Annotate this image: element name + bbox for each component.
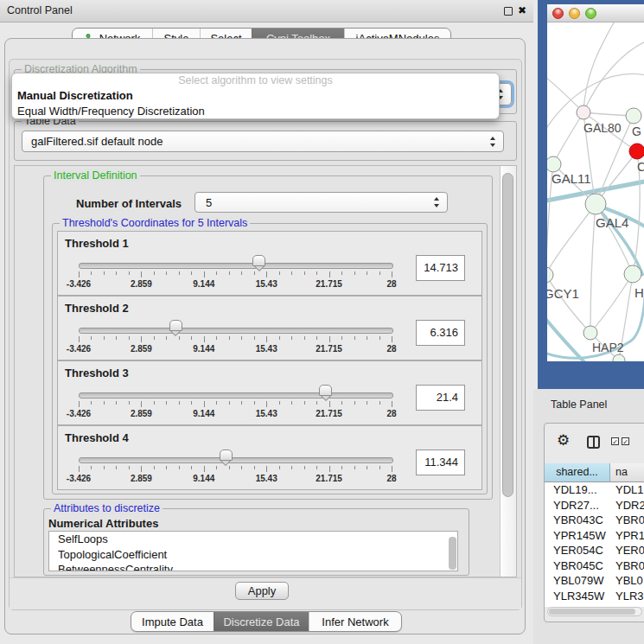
network-node-gal80[interactable]: [577, 105, 590, 119]
cell-shared-name: YBR045C: [545, 558, 610, 574]
network-node-g[interactable]: [626, 108, 641, 124]
number-of-intervals-combo[interactable]: 5: [194, 192, 448, 213]
table-row[interactable]: YBR045CYBR0: [545, 558, 644, 574]
table-row[interactable]: YBR043CYBR0: [545, 513, 644, 528]
columns-icon[interactable]: [587, 436, 600, 449]
tick: [341, 466, 342, 469]
attribute-item-topologicalcoefficient[interactable]: TopologicalCoefficient: [49, 547, 457, 563]
attributes-scrollbar-thumb[interactable]: [449, 537, 456, 570]
tick: [392, 466, 392, 472]
tick: [179, 336, 180, 340]
table-data-combo[interactable]: galFiltered.sif default node: [22, 131, 504, 152]
threshold-slider-thumb[interactable]: [169, 320, 182, 337]
tick-label: 15.43: [256, 409, 277, 418]
threshold-value-field[interactable]: 6.316: [416, 320, 465, 346]
tab-impute-data[interactable]: Impute Data: [131, 612, 214, 631]
zoom-light[interactable]: [585, 8, 596, 19]
attribute-item-selfloops[interactable]: SelfLoops: [49, 532, 457, 547]
minimize-light[interactable]: [569, 8, 580, 19]
algorithm-popup-list: Manual DiscretizationEqual Width/Frequen…: [12, 88, 499, 119]
tick: [216, 466, 217, 469]
threshold-slider-track[interactable]: [79, 392, 393, 399]
cell-shared-name: YBL079W: [545, 573, 610, 589]
tick: [316, 401, 317, 405]
tick: [79, 466, 80, 472]
network-node[interactable]: [613, 354, 625, 361]
settings-scrollbar-thumb[interactable]: [502, 173, 513, 497]
tick: [229, 466, 230, 469]
tick: [329, 271, 330, 277]
tick: [304, 466, 305, 469]
network-node-gal4[interactable]: [585, 194, 606, 214]
attributes-listbox[interactable]: SelfLoopsTopologicalCoefficientBetweenne…: [48, 531, 458, 571]
tick: [379, 271, 380, 275]
network-node-hap2[interactable]: [583, 326, 597, 340]
tick: [367, 336, 367, 340]
close-icon[interactable]: ✖: [518, 3, 526, 19]
float-icon[interactable]: [504, 7, 513, 16]
tab-discretize-data[interactable]: Discretize Data: [214, 612, 309, 631]
number-of-intervals-value: 5: [206, 193, 212, 212]
table-row[interactable]: YLR345WYLR3: [545, 589, 644, 604]
network-view-svg[interactable]: GAL80GCGAL11GAL4GCY1HHAP2: [547, 22, 644, 361]
threshold-slider-thumb[interactable]: [319, 385, 332, 402]
tick: [291, 401, 292, 405]
cell-name: YBL0: [610, 573, 643, 589]
column-header-shared[interactable]: shared...: [545, 463, 610, 482]
table-row[interactable]: YPR145WYPR1: [545, 528, 644, 544]
checkbox-icon[interactable]: ✓: [611, 437, 619, 445]
table-hscrollbar-thumb[interactable]: [549, 609, 635, 615]
column-header-name[interactable]: na: [610, 463, 644, 482]
tick: [179, 401, 180, 405]
tick: [392, 336, 392, 342]
algorithm-option-equal-width-frequency-discretization[interactable]: Equal Width/Frequency Discretization: [12, 104, 499, 119]
attribute-item-betweennesscentrality[interactable]: BetweennessCentrality: [49, 562, 457, 571]
threshold-value-field[interactable]: 21.4: [416, 385, 465, 411]
close-light[interactable]: [552, 8, 564, 19]
network-node-gal11[interactable]: [547, 156, 561, 172]
table-row[interactable]: YBL079WYBL0: [545, 573, 644, 589]
table-row[interactable]: YER054CYER0: [545, 543, 644, 558]
threshold-slider-track[interactable]: [79, 263, 393, 269]
tick-label: 9.144: [193, 409, 214, 418]
slider-ticks: [79, 271, 392, 279]
tick: [379, 466, 380, 469]
tick: [141, 271, 142, 277]
threshold-slider-thumb[interactable]: [252, 255, 265, 272]
slider-tick-labels: -3.4262.8599.14415.4321.71528: [79, 409, 392, 419]
threshold-slider-track[interactable]: [79, 457, 393, 463]
tick: [329, 466, 330, 472]
tick: [204, 401, 205, 407]
tick-label: 21.715: [316, 279, 342, 289]
tick: [229, 271, 230, 275]
table-row[interactable]: YDR27...YDR2: [545, 498, 644, 513]
threshold-slider-track[interactable]: [79, 328, 393, 334]
table-hscrollbar-track[interactable]: [547, 607, 642, 616]
tick: [79, 271, 80, 277]
tick: [367, 401, 367, 405]
tick-label: 2.859: [131, 474, 152, 483]
cell-name: YBR0: [610, 513, 644, 528]
network-window-titlebar[interactable]: [547, 4, 644, 22]
threshold-panel-2: Threshold 2-3.4262.8599.14415.4321.71528…: [57, 296, 482, 360]
algorithm-option-manual-discretization[interactable]: Manual Discretization: [12, 88, 499, 104]
threshold-panel-1: Threshold 1-3.4262.8599.14415.4321.71528…: [57, 231, 482, 296]
threshold-value-field[interactable]: 11.344: [416, 450, 465, 475]
attributes-group-title: Attributes to discretize: [51, 502, 163, 515]
network-node-gcy1[interactable]: [547, 267, 553, 283]
slider-tick-labels: -3.4262.8599.14415.4321.71528: [79, 279, 392, 290]
gear-icon[interactable]: ⚙: [557, 432, 570, 450]
threshold-value-field[interactable]: 14.713: [416, 255, 465, 281]
threshold-slider-thumb[interactable]: [220, 450, 233, 467]
network-node-c[interactable]: [629, 143, 644, 159]
table-row[interactable]: YDL19...YDL1: [545, 482, 644, 498]
tick: [279, 401, 280, 405]
tab-infer-network[interactable]: Infer Network: [309, 612, 401, 631]
apply-button[interactable]: Apply: [235, 582, 289, 600]
tick: [254, 336, 255, 340]
network-node-label: HAP2: [592, 341, 624, 354]
tick: [141, 466, 142, 472]
checkbox-icon[interactable]: ✓: [622, 437, 629, 445]
network-node-h[interactable]: [624, 265, 641, 283]
tick: [179, 271, 180, 275]
